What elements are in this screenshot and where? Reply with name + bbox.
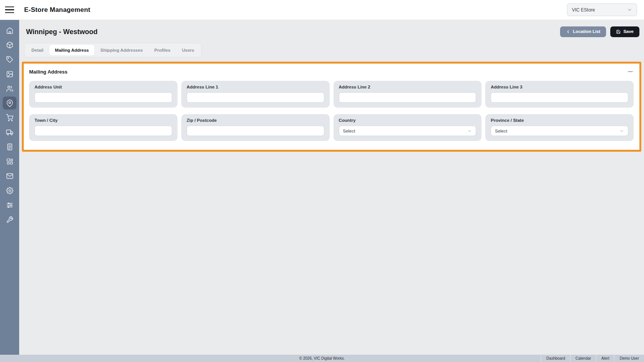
chevron-left-icon <box>566 29 570 34</box>
truck-icon <box>6 129 13 136</box>
address-field-grid: Address Unit Address Line 1 Address Line… <box>29 81 634 141</box>
field-label: Country <box>339 118 476 123</box>
save-label: Save <box>623 29 634 34</box>
grid-icon <box>6 158 13 165</box>
field-province-state: Province / State Select <box>485 114 634 141</box>
tab-detail[interactable]: Detail <box>26 45 49 56</box>
cart-icon <box>6 114 13 121</box>
province-state-select[interactable]: Select <box>491 126 628 136</box>
page-actions: Location List Save <box>560 26 639 37</box>
collapse-section-button[interactable] <box>627 68 634 75</box>
sidebar-item-tools[interactable] <box>3 213 16 226</box>
location-pin-icon <box>6 100 13 107</box>
minus-icon <box>628 71 633 72</box>
store-selector-value: VIC EStore <box>572 7 595 13</box>
tab-profiles[interactable]: Profiles <box>149 45 176 56</box>
sidebar-item-locations[interactable] <box>3 97 16 110</box>
sidebar-item-home[interactable] <box>3 24 16 37</box>
sidebar-item-orders[interactable] <box>3 111 16 124</box>
page-title: Winnipeg - Westwood <box>26 28 98 36</box>
tab-shipping-addresses[interactable]: Shipping Addresses <box>95 45 148 56</box>
address-unit-input[interactable] <box>34 92 172 103</box>
sidebar-item-invoices[interactable] <box>3 140 16 153</box>
hamburger-menu-icon[interactable] <box>5 3 18 16</box>
address-line-2-input[interactable] <box>339 92 476 103</box>
field-address-line-1: Address Line 1 <box>181 81 330 108</box>
field-address-line-3: Address Line 3 <box>485 81 634 108</box>
settings-icon <box>6 187 13 194</box>
main-content: Winnipeg - Westwood Location List Save D… <box>19 20 644 355</box>
province-state-select-value: Select <box>495 129 507 133</box>
country-select[interactable]: Select <box>339 126 476 136</box>
footer-link-demo-user[interactable]: Demo User <box>614 355 644 362</box>
wrench-icon <box>6 216 13 223</box>
chevron-down-icon <box>627 7 632 12</box>
field-country: Country Select <box>334 114 482 141</box>
sidebar-item-customers[interactable] <box>3 82 16 95</box>
sidebar-item-products[interactable] <box>3 38 16 51</box>
footer-link-dashboard[interactable]: Dashboard <box>541 355 570 362</box>
invoice-icon <box>6 143 13 151</box>
address-line-1-input[interactable] <box>187 92 324 103</box>
sidebar-item-tags[interactable] <box>3 53 16 66</box>
location-list-button[interactable]: Location List <box>560 26 606 37</box>
field-address-unit: Address Unit <box>29 81 177 108</box>
tab-users[interactable]: Users <box>177 45 200 56</box>
zip-postcode-input[interactable] <box>187 126 324 136</box>
tag-icon <box>6 56 13 63</box>
package-icon <box>6 41 13 49</box>
app-title: E-Store Management <box>24 6 90 14</box>
sidebar-item-modules[interactable] <box>3 155 16 168</box>
sidebar-item-messages[interactable] <box>3 169 16 182</box>
sidebar-item-settings[interactable] <box>3 184 16 197</box>
sliders-icon <box>6 201 13 209</box>
field-label: Address Line 1 <box>187 85 324 89</box>
field-town-city: Town / City <box>29 114 177 141</box>
field-address-line-2: Address Line 2 <box>334 81 482 108</box>
app-window: E-Store Management VIC EStore <box>0 0 644 362</box>
users-icon <box>6 85 13 92</box>
field-label: Address Line 2 <box>339 85 476 89</box>
footer-links: Dashboard Calendar Alert Demo User <box>541 355 644 362</box>
footer-bar: © 2026, VIC Digital Works. Dashboard Cal… <box>0 355 644 362</box>
top-bar: E-Store Management VIC EStore <box>0 0 644 20</box>
save-icon <box>616 29 621 34</box>
section-title: Mailing Address <box>29 69 67 75</box>
chevron-down-icon <box>619 129 624 133</box>
copyright-text: © 2026, VIC Digital Works. <box>299 356 345 360</box>
field-label: Zip / Postcode <box>187 118 324 123</box>
footer-link-calendar[interactable]: Calendar <box>570 355 596 362</box>
page-header: Winnipeg - Westwood Location List Save <box>19 20 644 37</box>
mail-icon <box>6 172 13 180</box>
save-button[interactable]: Save <box>610 26 639 37</box>
address-line-3-input[interactable] <box>491 92 628 103</box>
field-label: Province / State <box>491 118 628 123</box>
image-icon <box>6 70 13 78</box>
field-zip-postcode: Zip / Postcode <box>181 114 330 141</box>
footer-link-alert[interactable]: Alert <box>596 355 614 362</box>
home-icon <box>6 27 13 34</box>
mailing-address-section: Mailing Address Address Unit Address Lin… <box>22 62 641 152</box>
tab-mailing-address[interactable]: Mailing Address <box>49 45 94 56</box>
location-tabs: Detail Mailing Address Shipping Addresse… <box>24 43 202 57</box>
store-selector-dropdown[interactable]: VIC EStore <box>567 3 637 16</box>
field-label: Address Line 3 <box>491 85 628 89</box>
sidebar-item-delivery[interactable] <box>3 126 16 139</box>
sidebar-nav <box>0 20 19 355</box>
town-city-input[interactable] <box>34 126 172 136</box>
section-header: Mailing Address <box>29 68 634 75</box>
field-label: Town / City <box>34 118 172 123</box>
field-label: Address Unit <box>34 85 172 89</box>
location-list-label: Location List <box>573 29 601 34</box>
chevron-down-icon <box>467 129 472 133</box>
sidebar-item-preferences[interactable] <box>3 198 16 211</box>
sidebar-item-media[interactable] <box>3 67 16 80</box>
country-select-value: Select <box>343 129 355 133</box>
